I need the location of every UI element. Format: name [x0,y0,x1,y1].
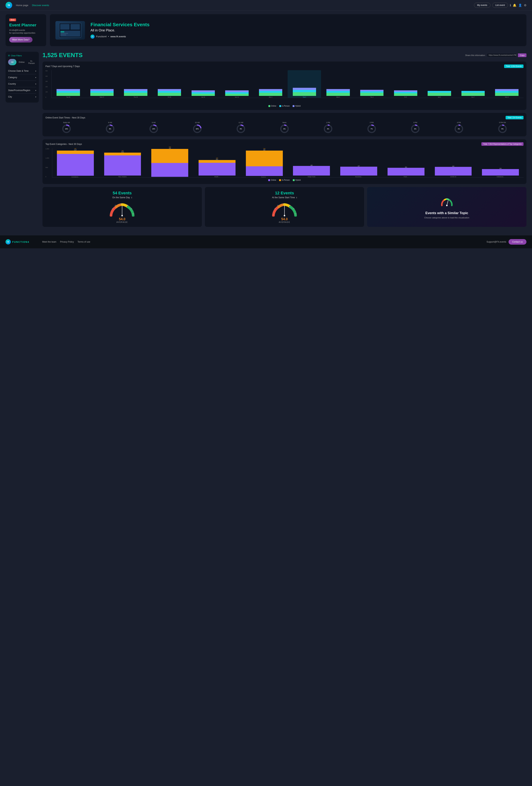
contact-button[interactable]: Contact us [509,239,527,245]
cat-legend-online: Online [268,179,276,181]
svg-text:40: 40 [277,205,279,206]
bar-group: Sat 6 [423,70,456,98]
bar-group: Tue 2 [287,70,321,98]
svg-text:6%: 6% [414,128,416,130]
donut-label: Noon [282,121,286,123]
svg-text:100: 100 [295,213,297,214]
donut-charts-row: Early AM 10% 8 AM 8% 9 AM 10% 10 AM 20% … [45,121,524,133]
list-event-button[interactable]: List event [492,3,508,8]
filter-date[interactable]: Choose Date & Time ▾ [8,68,36,74]
home-link[interactable]: Home page [16,4,28,7]
donut-label: 8 AM [108,121,112,123]
cat-bar-group: 1411021Risk, Analytics [99,148,146,177]
bar-group: Sat 30 [187,70,220,98]
bar-group: Wed 27 [85,70,119,98]
info-icon[interactable]: ℹ [510,3,511,7]
svg-text:60: 60 [121,203,122,205]
similar-topic-card: Events with a Similar Topic Choose categ… [367,187,527,227]
my-events-button[interactable]: My events [474,3,490,8]
donut-item: 5 PM ON 5% [481,121,524,133]
donut-label: 11 AM [238,121,243,123]
filter-category[interactable]: Category ▾ [8,74,36,81]
donut-label: 5 PM ON [499,121,506,123]
info-icon[interactable]: ℹ [131,196,132,199]
svg-text:20%: 20% [196,128,199,130]
bell-icon[interactable]: 🔔 [513,3,516,7]
svg-text:6%: 6% [283,128,285,130]
function4-logo: f4 [91,34,95,39]
same-time-avg: 54.0 [281,217,287,221]
footer-links: Meet the team Privacy Policy Terms of us… [42,240,90,243]
brand-logo[interactable]: f4 [5,2,12,8]
footer-brand: FUNCTION4 [12,240,29,243]
footer-logo: f4 FUNCTION4 [5,239,29,245]
copy-button[interactable]: Copy [518,53,527,57]
donut-svg: 6% [280,124,289,133]
weekly-total-badge: Total: 1,914 Events [504,65,524,68]
terms-link[interactable]: Terms of use [77,240,90,243]
cat-bar-group: 440COVID-19 [430,148,477,177]
hero-left-panel: Beta Event Planner ✉ info@f4.events for … [5,14,46,46]
donut-svg: 8% [106,124,115,133]
sidebar: ⊟ Clear Filters All Online In-Person Cho… [5,52,39,230]
start-times-header: Online Event Start Times - Next 30 Days … [45,116,524,119]
navigation: f4 Home page Discover events My events L… [0,0,532,10]
settings-icon[interactable]: ⚙ [524,3,527,7]
bar-group: Mon 1 [254,70,287,98]
info-icon[interactable]: ℹ [296,196,297,199]
tab-all[interactable]: All [8,59,17,65]
donut-item: 1 PM 4% [307,121,349,133]
clear-filters-button[interactable]: ⊟ Clear Filters [8,54,22,57]
discover-link[interactable]: Discover events [32,4,49,7]
privacy-link[interactable]: Privacy Policy [60,240,74,243]
same-day-count: 54 Events [113,191,132,195]
share-section: Share this information: https://www.f4.e… [465,53,527,57]
similar-topic-subtitle: Choose categories above to load this vis… [424,216,469,219]
weekly-bars: Tue 26Wed 27Thu 28Fri 29Sat 30Sun 31Mon … [51,70,524,98]
categories-total: Total: 7,914 Representations of Top Cate… [481,142,524,146]
cat-legend-hybrid: Hybrid [293,179,301,181]
user-icon[interactable]: 👤 [518,3,522,7]
svg-text:10%: 10% [65,128,68,130]
category-bars: 1671107Compliance...1411021Risk, Analyti… [52,148,524,178]
same-time-label: At the Same Start Time ℹ [272,196,297,199]
want-data-button[interactable]: Want More Data? [9,37,32,43]
legend-hybrid: Hybrid [293,105,301,107]
svg-rect-4 [61,31,64,32]
footer-right: Support@F4.events Contact us [487,239,527,245]
charts-area: 1,525 EVENTS Share this information: htt… [43,52,527,230]
svg-text:20: 20 [274,208,276,209]
cat-bar-group: 141651Wealth ... [194,148,240,177]
donut-svg: 10% [62,124,71,133]
meet-team-link[interactable]: Meet the team [42,240,56,243]
same-time-count: 12 Events [275,191,294,195]
tab-online[interactable]: Online [17,59,26,65]
sidebar-inner: ⊟ Clear Filters All Online In-Person Cho… [5,52,39,102]
donut-item: 2 PM 7% [351,121,393,133]
donut-svg: 4% [323,124,333,133]
same-day-label: On the Same Day ℹ [112,196,132,199]
donut-item: 3 PM 6% [394,121,436,133]
donut-label: 1 PM [326,121,330,123]
svg-text:80: 80 [289,205,291,206]
filter-country[interactable]: Country ▾ [8,81,36,87]
same-time-avg-label: AVERAGE [279,221,290,223]
chevron-down-icon: ▾ [35,70,36,72]
filter-state[interactable]: State/Province/Region ▾ [8,87,36,94]
cat-bar-group: 794490Banking ... [241,148,287,177]
donut-label: 4 PM [457,121,461,123]
brand-name: Function4 [96,35,107,38]
main-content: ⊟ Clear Filters All Online In-Person Cho… [0,50,532,235]
similar-topic-title: Events with a Similar Topic [425,211,468,215]
svg-text:7%: 7% [371,128,373,130]
filter-city[interactable]: City ▾ [8,94,36,100]
bar-group: Sun 31 [220,70,254,98]
start-times-total: Total: 214 Events [506,116,524,119]
hero-right-panel: Financial Services Events All in One Pla… [50,14,527,46]
svg-text:90: 90 [131,208,132,209]
tab-inperson[interactable]: In-Person [27,59,36,65]
bottom-row: 54 Events On the Same Day ℹ [43,187,527,227]
footer-support: Support@F4.events [487,240,506,243]
hero-brand: f4 Function4 • www.f4.events [91,34,521,39]
cat-hybrid-dot [293,179,295,181]
